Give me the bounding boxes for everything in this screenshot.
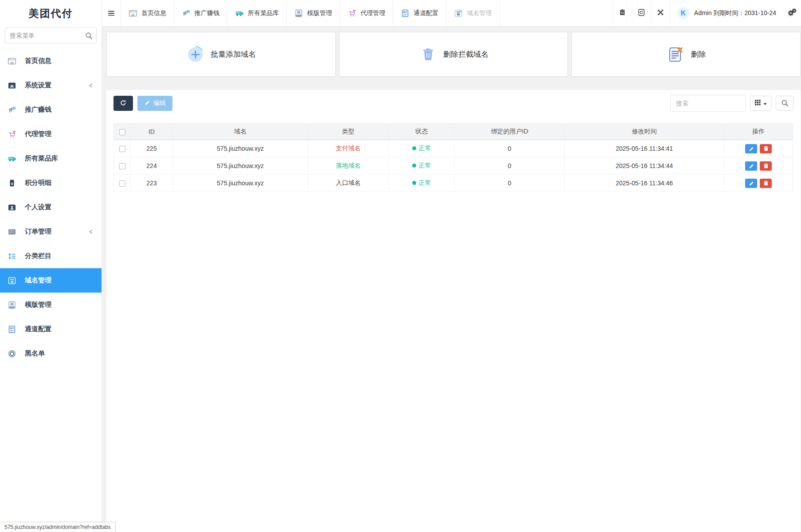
cell-domain: 575.jiuzhouw.xyz	[173, 157, 308, 175]
sidebar-search	[5, 27, 97, 43]
column-header: ID	[131, 124, 173, 140]
sidebar-item-agent[interactable]: 代理管理	[0, 122, 102, 146]
cell-modified-time: 2025-05-16 11:34:44	[565, 157, 724, 175]
edit-button[interactable]: 编辑	[137, 96, 172, 111]
tab-template[interactable]: HTML模版管理	[287, 0, 340, 26]
tab-channel[interactable]: $通道配置	[393, 0, 446, 26]
sidebar-item-promotion[interactable]: $推广赚钱	[0, 98, 102, 122]
domain-icon: w	[7, 275, 17, 286]
add-circle-icon	[186, 45, 205, 64]
promo-icon: $	[7, 105, 17, 115]
action-card-delete-intercepted-domain[interactable]: 删除拦截域名	[339, 32, 568, 77]
home-icon	[129, 9, 137, 18]
row-delete-button[interactable]	[760, 144, 772, 153]
tab-label: 通道配置	[414, 9, 438, 17]
cell-bound-user-id: 0	[455, 157, 565, 175]
sidebar-item-label: 分类栏目	[25, 252, 51, 260]
user-menu[interactable]: K Admin 到期时间：2031-10-24	[670, 0, 783, 26]
action-card-label: 删除	[691, 49, 706, 59]
row-checkbox[interactable]	[119, 180, 125, 187]
channel-icon: $	[7, 324, 17, 335]
tab-label: 模版管理	[307, 9, 332, 17]
sidebar-item-label: 代理管理	[25, 130, 51, 138]
sidebar-search-input[interactable]	[5, 27, 97, 43]
domain-icon: w	[454, 9, 463, 18]
sidebar-item-blacklist[interactable]: 黑名单	[0, 341, 102, 366]
column-header: 类型	[308, 124, 389, 140]
status-dot	[412, 181, 416, 185]
tab-label: 域名管理	[467, 9, 492, 17]
sidebar-item-label: 模版管理	[25, 301, 51, 309]
sidebar-item-label: 首页信息	[25, 57, 51, 65]
row-edit-button[interactable]	[745, 161, 757, 171]
cell-status: 正常	[389, 157, 455, 175]
row-checkbox[interactable]	[119, 163, 125, 169]
svg-text:w: w	[457, 12, 460, 16]
sidebar-item-category[interactable]: 分类栏目	[0, 244, 102, 268]
sidebar-item-channel[interactable]: $通道配置	[0, 317, 102, 341]
app-root: 美团代付 首页信息系统设置$推广赚钱代理管理所有菜品库$积分明细个人设置订单管理…	[0, 0, 801, 532]
search-button[interactable]	[776, 96, 793, 111]
select-all-checkbox[interactable]	[119, 129, 125, 135]
sidebar-item-label: 个人设置	[25, 203, 51, 211]
chevron-left-icon	[88, 229, 94, 235]
cell-type: 支付域名	[308, 140, 389, 157]
sidebar-item-system-settings[interactable]: 系统设置	[0, 73, 102, 98]
tab-promotion[interactable]: $推广赚钱	[174, 0, 227, 26]
cell-modified-time: 2025-05-16 11:34:41	[565, 140, 724, 157]
sidebar-menu: 首页信息系统设置$推广赚钱代理管理所有菜品库$积分明细个人设置订单管理分类栏目w…	[0, 49, 102, 366]
refresh-button[interactable]	[113, 96, 133, 111]
table-row: 224575.jiuzhouw.xyz落地域名正常02025-05-16 11:…	[114, 157, 793, 175]
row-edit-button[interactable]	[745, 179, 757, 188]
status-dot	[412, 146, 416, 150]
sidebar-item-points[interactable]: $积分明细	[0, 171, 102, 195]
app-logo: 美团代付	[0, 0, 102, 27]
cogs-icon	[787, 8, 797, 19]
tab-domain[interactable]: w域名管理	[446, 0, 500, 26]
sidebar-item-label: 订单管理	[25, 227, 51, 236]
row-delete-button[interactable]	[760, 179, 772, 188]
table-row: 225575.jiuzhouw.xyz支付域名正常02025-05-16 11:…	[114, 140, 793, 157]
fullscreen-button[interactable]	[651, 0, 670, 26]
table-row: 223575.jiuzhouw.xyz入口域名正常02025-05-16 11:…	[114, 175, 793, 192]
tab-home[interactable]: 首页信息	[121, 0, 174, 26]
refresh-tab-button[interactable]	[632, 0, 651, 26]
sidebar-item-label: 推广赚钱	[25, 106, 51, 114]
row-select-cell	[114, 175, 131, 192]
cell-bound-user-id: 0	[455, 175, 565, 192]
sidebar-item-profile[interactable]: 个人设置	[0, 195, 102, 219]
column-header: 绑定的用户ID	[455, 124, 565, 140]
close-tabs-button[interactable]	[613, 0, 632, 26]
row-checkbox[interactable]	[119, 146, 125, 152]
home-icon	[7, 56, 17, 66]
dishes-icon	[7, 153, 17, 164]
fullscreen-icon	[656, 8, 665, 19]
sidebar-item-template[interactable]: HTML模版管理	[0, 293, 102, 317]
tab-agent[interactable]: 代理管理	[340, 0, 393, 26]
search-icon	[781, 99, 789, 108]
search-icon	[85, 31, 93, 41]
sidebar-item-orders[interactable]: 订单管理	[0, 219, 102, 244]
sidebar-item-dishes[interactable]: 所有菜品库	[0, 146, 102, 171]
tab-dishes[interactable]: 所有菜品库	[227, 0, 287, 26]
action-card-label: 批量添加域名	[211, 49, 256, 59]
row-edit-button[interactable]	[745, 144, 757, 153]
template-icon: HTML	[7, 300, 17, 310]
row-delete-button[interactable]	[760, 161, 772, 171]
cell-operations	[724, 175, 793, 192]
hamburger-menu-button[interactable]	[102, 0, 121, 26]
svg-text:HTML: HTML	[10, 306, 14, 308]
tab-label: 首页信息	[141, 9, 166, 17]
columns-dropdown-button[interactable]	[750, 96, 771, 111]
sidebar-item-label: 所有菜品库	[25, 154, 58, 163]
action-card-batch-add-domain[interactable]: 批量添加域名	[106, 32, 336, 77]
settings-button[interactable]	[783, 0, 801, 26]
profile-icon	[7, 202, 17, 213]
system-settings-icon	[7, 80, 17, 91]
cell-domain: 575.jiuzhouw.xyz	[173, 140, 308, 157]
sidebar-item-domain[interactable]: w域名管理	[0, 268, 102, 293]
sidebar-item-home[interactable]: 首页信息	[0, 49, 102, 73]
action-card-row: 批量添加域名删除拦截域名删除	[106, 32, 801, 77]
action-card-delete[interactable]: 删除	[571, 32, 801, 77]
table-search-input[interactable]	[670, 95, 746, 112]
